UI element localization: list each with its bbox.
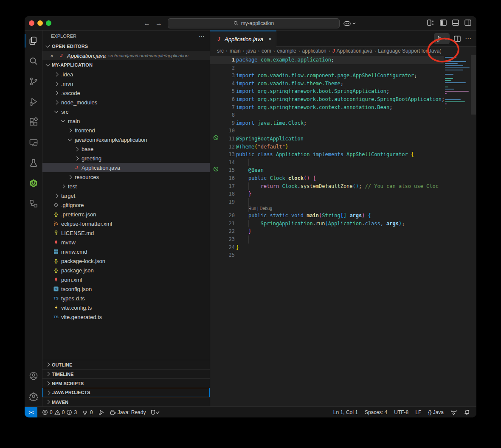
minimize-window-button[interactable] xyxy=(37,20,43,26)
pane-maven[interactable]: MAVEN xyxy=(42,397,210,406)
code-line-21[interactable]: 21 SpringApplication.run(Application.cla… xyxy=(210,220,444,228)
navigate-back-button[interactable]: ← xyxy=(142,19,152,28)
code-editor[interactable]: 1package com.example.application;23impor… xyxy=(210,55,476,406)
tree-item-tsconfig-json[interactable]: tstsconfig.json xyxy=(42,284,210,294)
gutter[interactable]: 11 xyxy=(210,135,235,143)
tree-item-vite-config-ts[interactable]: vite.config.ts xyxy=(42,303,210,312)
gutter[interactable]: 19 xyxy=(210,198,235,206)
code-line-9[interactable]: 9import java.time.Clock; xyxy=(210,119,444,127)
gutter[interactable]: 6 xyxy=(210,95,235,104)
command-center[interactable]: my-application xyxy=(168,18,340,28)
tree-item-resources[interactable]: resources xyxy=(42,172,210,182)
toggle-secondary-sidebar-icon[interactable] xyxy=(464,20,471,26)
tree-item-types-d-ts[interactable]: TStypes.d.ts xyxy=(42,294,210,303)
status-java-ready[interactable]: Java: Ready xyxy=(107,409,148,415)
close-tab-icon[interactable]: × xyxy=(268,36,272,42)
zoom-window-button[interactable] xyxy=(46,20,51,26)
breadcrumb-item[interactable]: src xyxy=(217,48,224,54)
tree-item-java-com-example-application[interactable]: java/com/example/application xyxy=(42,135,210,144)
status-ports[interactable]: 0 xyxy=(80,409,95,415)
tree-item-license-md[interactable]: LICENSE.md xyxy=(42,228,210,238)
pane-npm-scripts[interactable]: NPM SCRIPTS xyxy=(42,378,210,388)
activity-project-manager-icon[interactable] xyxy=(25,193,42,214)
code-line-11[interactable]: 11@SpringBootApplication xyxy=(210,135,444,143)
status-notifications[interactable] xyxy=(462,409,472,415)
activity-testing-icon[interactable] xyxy=(25,153,42,173)
code-line-16[interactable]: 16 public Clock clock() { xyxy=(210,174,444,182)
activity-search-icon[interactable] xyxy=(25,51,42,71)
gutter[interactable]: 18 xyxy=(210,190,235,198)
gutter[interactable]: 4 xyxy=(210,80,235,88)
tree-item-mvnw-cmd[interactable]: mvnw.cmd xyxy=(42,247,210,256)
close-window-button[interactable] xyxy=(29,20,34,26)
gutter[interactable]: 12 xyxy=(210,143,235,151)
activity-remote-explorer-icon[interactable] xyxy=(25,132,42,153)
gutter[interactable]: 21 xyxy=(210,220,235,228)
status-encoding[interactable]: UTF-8 xyxy=(392,409,411,415)
code-line-15[interactable]: 15 @Bean xyxy=(210,166,444,174)
status-problems[interactable]: 003 xyxy=(40,409,79,415)
tree-item-node-modules[interactable]: node_modules xyxy=(42,98,210,107)
activity-explorer-icon[interactable] xyxy=(25,31,42,51)
code-line-12[interactable]: 12@Theme("default") xyxy=(210,143,444,151)
gutter[interactable]: 9 xyxy=(210,119,235,127)
open-editor-entry[interactable]: × J Application.java src/main/java/com/e… xyxy=(42,51,210,60)
code-line-17[interactable]: 17 return Clock.systemDefaultZone(); // … xyxy=(210,182,444,190)
tab-application-java[interactable]: J Application.java × xyxy=(210,31,276,47)
breadcrumb-item[interactable]: JApplication.java xyxy=(332,48,372,54)
code-line-13[interactable]: 13public class Application implements Ap… xyxy=(210,151,444,159)
tree-item--prettierrc-json[interactable]: {}.prettierrc.json xyxy=(42,210,210,219)
toggle-panel-icon[interactable] xyxy=(452,20,459,26)
tree-item--idea[interactable]: .idea xyxy=(42,70,210,79)
split-editor-icon[interactable] xyxy=(454,36,461,42)
gutter[interactable]: 13 xyxy=(210,151,235,159)
gutter[interactable]: 17 xyxy=(210,182,235,190)
gutter[interactable]: 2 xyxy=(210,64,235,72)
tree-item--vscode[interactable]: .vscode xyxy=(42,88,210,98)
tree-item-eclipse-formatter-xml[interactable]: eclipse-formatter.xml xyxy=(42,219,210,228)
editor-scrollbar[interactable] xyxy=(470,55,476,406)
code-line-20[interactable]: 20 public static void main(String[] args… xyxy=(210,212,444,220)
code-line-2[interactable]: 2 xyxy=(210,64,444,72)
gutter[interactable]: 7 xyxy=(210,104,235,112)
code-line-24[interactable]: 24} xyxy=(210,244,444,252)
pane-java-projects[interactable]: JAVA PROJECTS xyxy=(42,388,210,397)
code-line-3[interactable]: 3import com.vaadin.flow.component.page.A… xyxy=(210,72,444,80)
breadcrumb-item[interactable]: com xyxy=(262,48,271,54)
gutter[interactable]: 8 xyxy=(210,111,235,119)
chevron-down-icon[interactable] xyxy=(444,37,448,41)
tree-item-vite-generated-ts[interactable]: TSvite.generated.ts xyxy=(42,312,210,322)
project-section-header[interactable]: MY-APPLICATION xyxy=(42,60,210,70)
tree-item-target[interactable]: target xyxy=(42,191,210,200)
close-editor-icon[interactable]: × xyxy=(48,53,55,59)
status-eol[interactable]: LF xyxy=(413,409,423,415)
run-java-button[interactable] xyxy=(434,33,450,44)
tree-item--gitignore[interactable]: .gitignore xyxy=(42,200,210,210)
tree-item-test[interactable]: test xyxy=(42,182,210,191)
gutter[interactable]: 16 xyxy=(210,174,235,182)
remote-indicator[interactable]: >< xyxy=(25,407,37,417)
tree-item-pom-xml[interactable]: pom.xml xyxy=(42,275,210,284)
tree-item-main[interactable]: main xyxy=(42,116,210,126)
code-line-5[interactable]: 5import org.springframework.boot.SpringA… xyxy=(210,87,444,95)
tree-item-greeting[interactable]: greeting xyxy=(42,154,210,163)
code-line-18[interactable]: 18 } xyxy=(210,190,444,198)
code-line-4[interactable]: 4import com.vaadin.flow.theme.Theme; xyxy=(210,80,444,88)
gutter[interactable]: 24 xyxy=(210,244,235,252)
editor-more-actions-button[interactable]: ⋯ xyxy=(465,35,471,42)
activity-run-debug-icon[interactable] xyxy=(25,92,42,112)
code-line-8[interactable]: 8 xyxy=(210,111,444,119)
minimap[interactable] xyxy=(445,57,470,112)
copilot-menu-button[interactable] xyxy=(343,19,356,28)
status-language-mode[interactable]: {} Java xyxy=(426,409,446,415)
status-cursor-position[interactable]: Ln 1, Col 1 xyxy=(331,409,360,415)
gutter[interactable]: 1 xyxy=(210,56,235,64)
customize-layout-icon[interactable] xyxy=(427,20,434,26)
gutter[interactable]: 23 xyxy=(210,235,235,244)
code-line-7[interactable]: 7import org.springframework.context.anno… xyxy=(210,104,444,112)
gutter[interactable]: 22 xyxy=(210,227,235,235)
explorer-more-actions-button[interactable]: ⋯ xyxy=(199,33,205,39)
tree-item-application-java[interactable]: JApplication.java xyxy=(42,163,210,172)
gutter[interactable]: 5 xyxy=(210,87,235,95)
activity-settings-icon[interactable] xyxy=(25,386,42,406)
